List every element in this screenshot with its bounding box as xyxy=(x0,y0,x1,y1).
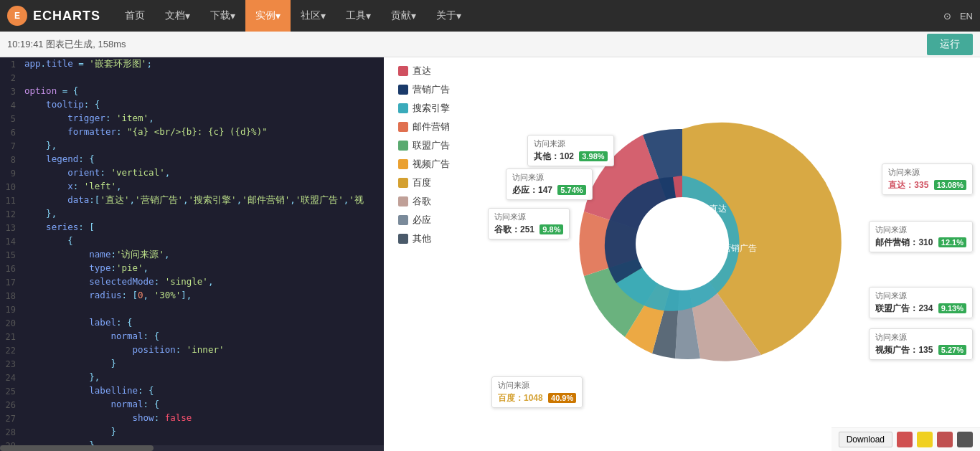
legend-color-shipin xyxy=(398,159,408,169)
navbar: E ECHARTS 首页 文档 ▾ 下载 ▾ 实例 ▾ 社区 ▾ 工具 ▾ 贡献… xyxy=(0,0,980,32)
legend-label-baidu: 百度 xyxy=(413,176,431,189)
editor-line-7: 7 }, xyxy=(0,139,384,153)
legend-item-bing: 必应 xyxy=(398,214,450,227)
editor-line-9: 9 orient: 'vertical', xyxy=(0,166,384,180)
legend-item-sousuo: 搜索引擎 xyxy=(398,102,450,115)
lang-switch[interactable]: EN xyxy=(960,11,973,22)
logo-text: ECHARTS xyxy=(33,9,100,24)
logo-icon: E xyxy=(7,6,27,26)
editor-line-8: 8 legend: { xyxy=(0,153,384,166)
legend-color-google xyxy=(398,196,408,206)
editor-line-1: 1 app.title = '嵌套环形图'; xyxy=(0,57,384,71)
github-icon[interactable]: ⊙ xyxy=(943,11,951,22)
tooltip-video: 访问来源 视频广告：135 5.27% xyxy=(869,328,973,360)
editor-line-18: 18 radius: [0, '30%'], xyxy=(0,289,384,303)
editor-line-20: 20 label: { xyxy=(0,316,384,330)
legend-color-other xyxy=(398,234,408,244)
editor-line-6: 6 formatter: "{a} <br/>{b}: {c} ({d}%)" xyxy=(0,125,384,139)
editor-line-26: 26 normal: { xyxy=(0,398,384,412)
inner-label-zhida: 直达 xyxy=(710,204,727,214)
legend-item-other: 其他 xyxy=(398,232,450,245)
nav-tools[interactable]: 工具 ▾ xyxy=(336,0,381,32)
nav-right: ⊙ EN xyxy=(943,11,973,22)
editor-line-24: 24 }, xyxy=(0,371,384,384)
legend-color-baidu xyxy=(398,178,408,188)
editor-line-23: 23 } xyxy=(0,357,384,371)
nav-contribute[interactable]: 贡献 ▾ xyxy=(381,0,426,32)
legend-item-baidu: 百度 xyxy=(398,176,450,189)
tooltip-google: 访问来源 谷歌：251 9.8% xyxy=(488,208,570,239)
legend-color-zhida xyxy=(398,66,408,76)
status-time: 10:19:41 xyxy=(7,39,44,49)
editor-scrollbar-thumb[interactable] xyxy=(0,445,154,451)
tooltip-email: 访问来源 邮件营销：310 12.1% xyxy=(869,221,973,252)
legend-color-lianmeng xyxy=(398,141,408,151)
legend-color-youjian xyxy=(398,122,408,132)
legend-label-sousuo: 搜索引擎 xyxy=(413,102,450,115)
editor-line-25: 25 labelline: { xyxy=(0,384,384,398)
statusbar: 10:19:41 图表已生成, 158ms 运行 xyxy=(0,32,980,57)
tooltip-zhida: 访问来源 直达：335 13.08% xyxy=(882,163,973,195)
editor-scrollbar[interactable] xyxy=(0,445,384,451)
color-swatch-3[interactable] xyxy=(937,432,953,447)
editor-line-12: 12 }, xyxy=(0,207,384,221)
download-button[interactable]: Download xyxy=(839,432,892,447)
editor-line-5: 5 trigger: 'item', xyxy=(0,112,384,125)
legend-item-youjian: 邮件营销 xyxy=(398,120,450,133)
nav-home[interactable]: 首页 xyxy=(115,0,155,32)
nav-examples[interactable]: 实例 ▾ xyxy=(245,0,291,32)
editor-line-3: 3 option = { xyxy=(0,85,384,98)
inner-label-sousuo: 搜索引擎 xyxy=(664,257,701,267)
nav-docs[interactable]: 文档 ▾ xyxy=(155,0,200,32)
editor-line-16: 16 type:'pie', xyxy=(0,262,384,275)
editor-line-11: 11 data:['直达','营销广告','搜索引擎','邮件营销','联盟广告… xyxy=(0,194,384,207)
editor-line-21: 21 normal: { xyxy=(0,330,384,343)
download-bar: Download xyxy=(831,427,980,451)
legend-item-yingxiao: 营销广告 xyxy=(398,83,450,96)
inner-label-yingxiao: 营销广告 xyxy=(722,243,757,253)
legend-color-yingxiao xyxy=(398,85,408,95)
tooltip-baidu: 访问来源 百度：1048 40.9% xyxy=(491,376,583,408)
tooltip-bing: 访问来源 必应：147 5.74% xyxy=(506,168,593,200)
editor-line-28: 28 } xyxy=(0,425,384,439)
legend-item-zhida: 直达 xyxy=(398,65,450,77)
nav-items: 首页 文档 ▾ 下载 ▾ 实例 ▾ 社区 ▾ 工具 ▾ 贡献 ▾ 关于 ▾ xyxy=(115,0,943,32)
editor-line-4: 4 tooltip: { xyxy=(0,98,384,112)
legend-label-shipin: 视频广告 xyxy=(413,158,450,171)
editor-line-10: 10 x: 'left', xyxy=(0,180,384,194)
tooltip-other: 访问来源 其他：102 3.98% xyxy=(527,135,614,166)
legend-label-google: 谷歌 xyxy=(413,195,431,208)
legend-label-lianmeng: 联盟广告 xyxy=(413,139,450,152)
nav-download[interactable]: 下载 ▾ xyxy=(200,0,245,32)
color-swatch-4[interactable] xyxy=(957,432,973,447)
color-swatch-1[interactable] xyxy=(897,432,913,447)
legend-item-shipin: 视频广告 xyxy=(398,158,450,171)
legend-item-google: 谷歌 xyxy=(398,195,450,208)
tooltip-alliance: 访问来源 联盟广告：234 9.13% xyxy=(869,287,973,318)
legend-label-other: 其他 xyxy=(413,232,431,245)
chart-area: 直达 营销广告 搜索引擎 邮件营销 联盟广告 视频广告 xyxy=(384,57,980,451)
editor-line-13: 13 series: [ xyxy=(0,221,384,234)
legend-color-bing xyxy=(398,215,408,225)
editor-line-22: 22 position: 'inner' xyxy=(0,343,384,357)
legend-item-lianmeng: 联盟广告 xyxy=(398,139,450,152)
nav-community[interactable]: 社区 ▾ xyxy=(291,0,336,32)
code-editor[interactable]: 1 app.title = '嵌套环形图'; 2 3 option = { 4 … xyxy=(0,57,384,451)
editor-line-19: 19 xyxy=(0,303,384,316)
legend-label-yingxiao: 营销广告 xyxy=(413,83,450,96)
legend-label-bing: 必应 xyxy=(413,214,431,227)
editor-line-17: 17 selectedMode: 'single', xyxy=(0,275,384,289)
run-button[interactable]: 运行 xyxy=(927,34,973,55)
chart-svg: 搜索引擎 营销广告 直达 xyxy=(431,57,933,430)
editor-line-15: 15 name:'访问来源', xyxy=(0,248,384,262)
legend-label-zhida: 直达 xyxy=(413,65,431,77)
color-swatch-2[interactable] xyxy=(917,432,933,447)
status-text: 图表已生成, 158ms xyxy=(46,38,126,51)
main: 1 app.title = '嵌套环形图'; 2 3 option = { 4 … xyxy=(0,57,980,451)
legend-color-sousuo xyxy=(398,103,408,113)
nav-about[interactable]: 关于 ▾ xyxy=(426,0,471,32)
legend-label-youjian: 邮件营销 xyxy=(413,120,450,133)
editor-line-27: 27 show: false xyxy=(0,412,384,425)
logo: E ECHARTS xyxy=(7,6,100,26)
chart-legend: 直达 营销广告 搜索引擎 邮件营销 联盟广告 视频广告 xyxy=(398,65,450,245)
